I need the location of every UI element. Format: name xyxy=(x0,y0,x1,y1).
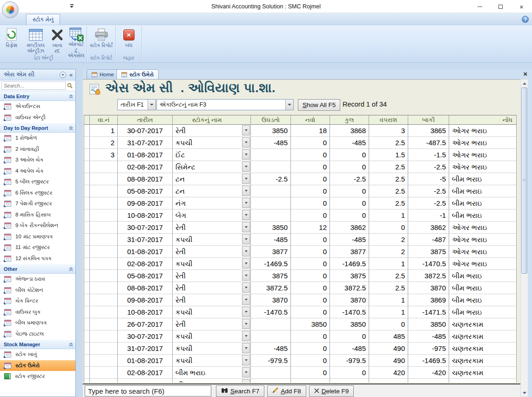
cell-opening[interactable]: 3877 xyxy=(251,246,291,258)
stock-dropdown-icon[interactable] xyxy=(242,161,250,172)
cell-date[interactable]: 05-08-2017 xyxy=(118,379,173,383)
cell-stock[interactable]: કપચી xyxy=(173,330,251,343)
cell-opening[interactable]: 3850 xyxy=(251,125,291,137)
cell-used[interactable]: 485 xyxy=(369,330,408,343)
cell-new[interactable]: 0 xyxy=(291,270,330,282)
cell-total[interactable]: 0 xyxy=(330,209,369,222)
cell-opening[interactable]: -420 xyxy=(251,379,291,383)
cell-stock[interactable]: નંગ xyxy=(173,197,251,209)
sidebar-item[interactable]: 5 બીલ રજીસ્ટર xyxy=(0,176,75,188)
cell-balance[interactable]: 3872.5 xyxy=(408,270,449,282)
cell-balance[interactable]: -1469.5 xyxy=(408,355,449,367)
cell-new[interactable]: 0 xyxy=(291,209,330,222)
cell-opening[interactable] xyxy=(251,209,291,222)
sidebar-item[interactable]: સ્ટોક રજીસ્ટર xyxy=(0,371,75,382)
delete-account-button[interactable]: ખાતા રદ xyxy=(48,27,66,54)
collapse-chevron-icon[interactable] xyxy=(69,340,73,349)
cell-note[interactable]: ચણતરકામ xyxy=(449,343,517,355)
tab-home[interactable]: Home xyxy=(87,69,119,79)
record-selector[interactable] xyxy=(84,185,90,197)
cell-used[interactable]: 1.5 xyxy=(369,149,408,161)
sidebar-item[interactable]: એકાઉન્ટસ xyxy=(0,101,75,112)
maximize-button[interactable] xyxy=(490,0,511,13)
cell-opening[interactable]: -1469.5 xyxy=(251,258,291,270)
stock-dropdown-icon[interactable] xyxy=(242,367,250,377)
cell-stock[interactable]: રેતી xyxy=(173,270,251,282)
cell-new[interactable]: 0 xyxy=(291,173,330,185)
cell-balance[interactable]: -5 xyxy=(408,173,449,185)
cell-total[interactable]: -485 xyxy=(330,137,369,149)
cell-balance[interactable]: -975 xyxy=(408,343,449,355)
collapse-chevron-icon[interactable] xyxy=(69,265,73,273)
cell-new[interactable]: 0 xyxy=(291,197,330,209)
cell-date[interactable]: 30-07-2017 xyxy=(118,222,173,234)
record-selector[interactable] xyxy=(84,330,90,343)
stock-dropdown-icon[interactable] xyxy=(242,331,250,341)
cell-no[interactable] xyxy=(90,161,118,173)
collapse-chevron-icon[interactable] xyxy=(69,92,73,101)
sidebar-item[interactable]: 12 સંકલિત પત્રક xyxy=(0,253,75,264)
cell-balance[interactable]: -1.5 xyxy=(408,149,449,161)
record-selector[interactable] xyxy=(84,222,90,234)
cell-date[interactable]: 02-08-2017 xyxy=(118,367,173,379)
cell-date[interactable]: 31-07-2017 xyxy=(118,343,173,355)
stock-dropdown-icon[interactable] xyxy=(242,246,250,256)
cell-new[interactable]: 0 xyxy=(291,161,330,173)
cell-stock[interactable]: સિમેન્ટ xyxy=(173,161,251,173)
stock-dropdown-icon[interactable] xyxy=(242,379,250,383)
chevron-down-icon[interactable] xyxy=(148,100,155,110)
cell-no[interactable] xyxy=(90,379,118,383)
cell-stock[interactable]: કપચી xyxy=(173,306,251,318)
cell-note[interactable]: ઓગર ભરાઇ xyxy=(449,137,517,149)
record-selector[interactable] xyxy=(84,258,90,270)
cell-note[interactable]: ચણતરકામ xyxy=(449,318,517,330)
cell-note[interactable]: બીમ ભરાઇ xyxy=(449,306,517,318)
cell-date[interactable]: 02-08-2017 xyxy=(118,161,173,173)
cell-used[interactable]: 1 xyxy=(369,306,408,318)
cell-date[interactable]: 31-07-2017 xyxy=(118,234,173,246)
scroll-up-icon[interactable] xyxy=(521,80,528,87)
cell-used[interactable]: 490 xyxy=(369,343,408,355)
chevron-down-icon[interactable] xyxy=(285,100,293,110)
stock-dropdown-icon[interactable] xyxy=(242,307,250,317)
stock-dropdown-icon[interactable] xyxy=(242,149,250,160)
cell-date[interactable]: 08-08-2017 xyxy=(118,282,173,294)
cell-no[interactable] xyxy=(90,246,118,258)
stock-dropdown-icon[interactable] xyxy=(242,198,250,208)
sidebar-item[interactable]: 10 ગ્રાંટ પ્રમાણપત્ર xyxy=(0,231,75,242)
record-selector[interactable] xyxy=(84,282,90,294)
cell-balance[interactable]: 3875 xyxy=(408,246,449,258)
record-selector[interactable] xyxy=(84,379,90,383)
cell-note[interactable]: ઓગર ભરાઇ xyxy=(449,125,517,137)
record-selector[interactable] xyxy=(84,161,90,173)
cell-total[interactable]: 0 xyxy=(330,161,369,173)
record-selector[interactable] xyxy=(84,234,90,246)
cell-used[interactable]: 3 xyxy=(369,125,408,137)
cell-balance[interactable]: -2.5 xyxy=(408,185,449,197)
cell-total[interactable]: 3850 xyxy=(330,318,369,330)
sidebar-item[interactable]: સ્ટોક ઉમેરો xyxy=(0,360,75,371)
stock-dropdown-icon[interactable] xyxy=(242,295,250,305)
cell-opening[interactable]: -485 xyxy=(251,234,291,246)
cell-opening[interactable] xyxy=(251,185,291,197)
cell-used[interactable]: 2.5 xyxy=(369,270,408,282)
cell-balance[interactable]: 3869 xyxy=(408,294,449,306)
cell-no[interactable] xyxy=(90,222,118,234)
cell-used[interactable]: 2.5 xyxy=(369,137,408,149)
stock-dropdown-icon[interactable] xyxy=(242,355,250,365)
cell-no[interactable] xyxy=(90,173,118,185)
cell-no[interactable] xyxy=(90,270,118,282)
cell-no[interactable] xyxy=(90,367,118,379)
collapse-chevron-icon[interactable] xyxy=(69,124,73,132)
show-all-button[interactable]: Show All F5 xyxy=(298,99,340,111)
cell-used[interactable]: 0 xyxy=(369,222,408,234)
stock-dropdown-icon[interactable] xyxy=(242,137,250,148)
cell-opening[interactable]: -485 xyxy=(251,137,291,149)
cell-stock[interactable]: કપચી xyxy=(173,258,251,270)
cell-opening[interactable] xyxy=(251,330,291,343)
add-button[interactable]: Add F8 xyxy=(267,385,306,397)
cell-new[interactable]: 12 xyxy=(291,222,330,234)
cell-used[interactable]: 1 xyxy=(369,258,408,270)
cell-opening[interactable] xyxy=(251,161,291,173)
cell-used[interactable]: 2 xyxy=(369,246,408,258)
